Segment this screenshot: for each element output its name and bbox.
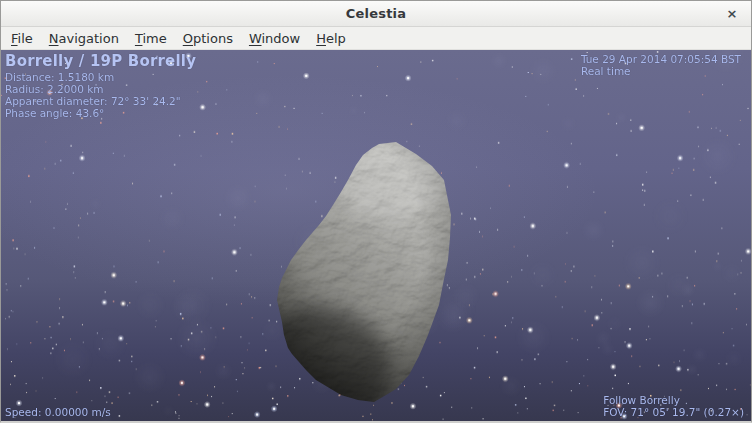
close-icon[interactable]: × [723,5,741,23]
menu-options-label: O [183,31,193,46]
celestia-window: Celestia × File Navigation Time Options … [0,0,752,423]
menu-window[interactable]: Window [241,27,308,49]
selection-distance: Distance: 1.5180 km [5,71,196,83]
comet-borrelly-nucleus[interactable] [264,132,464,417]
menu-help-label: H [316,31,326,46]
fov-readout: FOV: 71° 05' 19.7" (0.27×) [603,406,744,418]
selection-radius: Radius: 2.2000 km [5,83,196,95]
menu-window-label: W [249,31,262,46]
menu-navigation-label: N [49,31,59,46]
speed-readout: Speed: 0.00000 m/s [5,406,111,418]
menu-file-label-rest: ile [18,31,33,46]
space-viewport[interactable]: Borrelly / 19P Borrelly Distance: 1.5180… [1,50,751,421]
time-mode: Real time [581,65,741,77]
selection-apparent-diameter: Apparent diameter: 72° 33' 24.2" [5,95,196,107]
time-info: Tue 29 Apr 2014 07:05:54 BST Real time [581,53,741,77]
menu-navigation[interactable]: Navigation [41,27,127,49]
menu-navigation-label-rest: avigation [59,31,119,46]
menu-help-label-rest: elp [326,31,346,46]
menu-help[interactable]: Help [308,27,354,49]
selection-phase-angle: Phase angle: 43.6° [5,107,196,119]
menu-bar: File Navigation Time Options Window Help [1,27,751,50]
window-title: Celestia [346,6,406,21]
frame-fov-info: Follow Borrelly FOV: 71° 05' 19.7" (0.27… [603,394,744,418]
selection-title: Borrelly / 19P Borrelly [5,52,196,70]
title-bar[interactable]: Celestia × [1,1,751,27]
menu-file[interactable]: File [3,27,41,49]
selection-info: Borrelly / 19P Borrelly Distance: 1.5180… [5,52,196,119]
menu-options[interactable]: Options [175,27,241,49]
menu-options-label-rest: ptions [193,31,233,46]
menu-window-label-rest: indow [262,31,301,46]
time-datetime: Tue 29 Apr 2014 07:05:54 BST [581,53,741,65]
menu-time-label-rest: ime [142,31,166,46]
reference-frame: Follow Borrelly [603,394,744,406]
menu-time[interactable]: Time [127,27,175,49]
